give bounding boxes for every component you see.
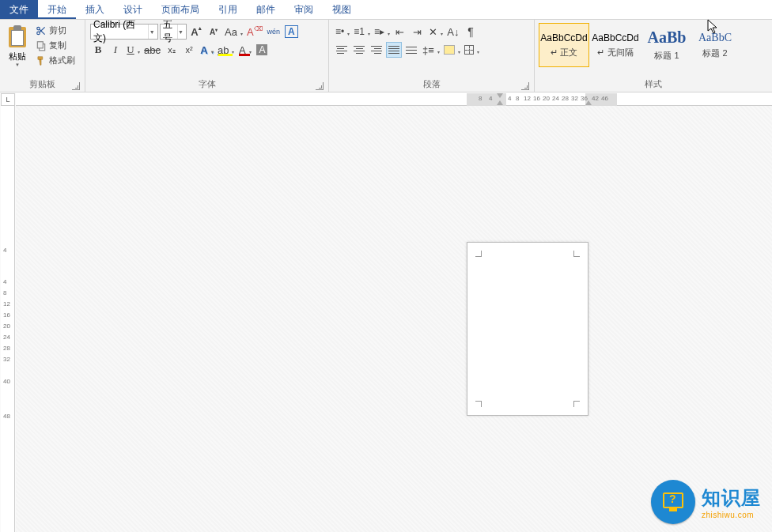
pilcrow-icon: ¶ — [467, 25, 474, 38]
menu-home[interactable]: 开始 — [38, 0, 76, 19]
watermark-title: 知识屋 — [702, 485, 761, 511]
style-heading1[interactable]: AaBb 标题 1 — [641, 23, 692, 67]
group-font: Calibri (西文)▼ 五号▼ A▴ A▾ Aa A⌫ wén A B I … — [85, 20, 329, 92]
phonetic-guide-button[interactable]: wén — [266, 24, 282, 40]
increase-indent-button[interactable]: ⇥ — [410, 24, 426, 40]
shading-button[interactable] — [442, 42, 461, 58]
bullets-button[interactable]: ≡• — [334, 24, 350, 40]
watermark-logo: 知识屋 zhishiwu.com — [651, 480, 761, 524]
indent-icon: ⇥ — [413, 26, 422, 38]
font-name-combo[interactable]: Calibri (西文)▼ — [90, 24, 158, 40]
paste-label: 粘贴 — [9, 51, 26, 62]
line-spacing-icon: ‡≡ — [422, 44, 434, 56]
document-workspace: L 8 4 4 8 12 16 20 24 28 32 36 42 46 4 4… — [0, 93, 772, 532]
styles-gallery[interactable]: AaBbCcDd ↵ 正文 AaBbCcDd ↵ 无间隔 AaBb 标题 1 A… — [538, 22, 738, 77]
svg-point-1 — [37, 32, 40, 35]
align-center-button[interactable] — [351, 42, 367, 58]
highlight-button[interactable]: ab — [216, 42, 235, 58]
document-page[interactable] — [467, 242, 588, 416]
style-heading2[interactable]: AaBbC 标题 2 — [693, 23, 737, 67]
style-no-spacing[interactable]: AaBbCcDd ↵ 无间隔 — [590, 23, 641, 67]
shading-icon — [444, 45, 455, 55]
ruler-corner[interactable]: L — [1, 93, 15, 106]
copy-icon — [36, 40, 47, 51]
char-border-button[interactable]: A — [283, 24, 300, 40]
menu-insert[interactable]: 插入 — [76, 0, 114, 19]
menu-references[interactable]: 引用 — [209, 0, 247, 19]
line-spacing-button[interactable]: ‡≡ — [421, 42, 441, 58]
paste-button[interactable]: 粘贴 ▼ — [3, 22, 32, 77]
underline-button[interactable]: U — [125, 42, 141, 58]
cut-button[interactable]: 剪切 — [33, 24, 78, 37]
paste-icon — [7, 25, 28, 49]
multilevel-icon: ≡▸ — [374, 26, 384, 37]
align-distribute-button[interactable] — [403, 42, 419, 58]
borders-icon — [464, 45, 474, 55]
menu-review[interactable]: 审阅 — [285, 0, 323, 19]
sort-icon: A↓ — [447, 26, 459, 38]
bold-button[interactable]: B — [90, 42, 106, 58]
paragraph-launcher[interactable] — [521, 82, 529, 90]
ribbon: 粘贴 ▼ 剪切 复制 格式刷 剪贴板 — [0, 20, 772, 92]
multilevel-button[interactable]: ≡▸ — [373, 24, 391, 40]
menu-bar: 文件 开始 插入 设计 页面布局 引用 邮件 审阅 视图 — [0, 0, 772, 20]
group-clipboard: 粘贴 ▼ 剪切 复制 格式刷 剪贴板 — [0, 20, 85, 92]
decrease-indent-button[interactable]: ⇤ — [392, 24, 408, 40]
menu-mail[interactable]: 邮件 — [247, 0, 285, 19]
numbering-icon: ≡1 — [354, 26, 365, 37]
asian-layout-icon: ✕ — [429, 26, 437, 38]
font-color-button[interactable]: A — [237, 42, 252, 58]
brush-icon — [36, 55, 47, 66]
styles-group-label: 样式 — [538, 77, 769, 92]
align-right-button[interactable] — [369, 42, 384, 58]
horizontal-ruler[interactable]: 8 4 4 8 12 16 20 24 28 32 36 42 46 — [16, 93, 772, 106]
sort-button[interactable]: A↓ — [445, 24, 461, 40]
first-line-indent-marker[interactable] — [497, 93, 503, 98]
margin-corner-icon — [573, 401, 580, 407]
svg-point-0 — [37, 27, 40, 30]
menu-design[interactable]: 设计 — [114, 0, 152, 19]
text-effects-button[interactable]: A — [199, 42, 214, 58]
group-styles: AaBbCcDd ↵ 正文 AaBbCcDd ↵ 无间隔 AaBb 标题 1 A… — [535, 20, 772, 92]
hanging-indent-marker[interactable] — [497, 100, 503, 105]
vertical-ruler[interactable]: 4 4 8 12 16 20 24 28 32 40 48 — [1, 106, 15, 532]
style-normal[interactable]: AaBbCcDd ↵ 正文 — [539, 23, 589, 67]
menu-view[interactable]: 视图 — [323, 0, 361, 19]
borders-button[interactable] — [463, 42, 480, 58]
clear-format-button[interactable]: A⌫ — [245, 24, 264, 40]
shrink-font-button[interactable]: A▾ — [206, 24, 221, 40]
paragraph-group-label: 段落 — [332, 77, 531, 92]
grow-font-button[interactable]: A▴ — [188, 24, 204, 40]
document-canvas[interactable] — [16, 106, 772, 532]
font-group-label: 字体 — [89, 77, 325, 92]
font-size-combo[interactable]: 五号▼ — [160, 24, 187, 40]
show-marks-button[interactable]: ¶ — [463, 24, 479, 40]
bullets-icon: ≡• — [335, 26, 344, 37]
italic-button[interactable]: I — [108, 42, 123, 58]
scissors-icon — [36, 25, 47, 36]
margin-corner-icon — [475, 251, 482, 257]
strikethrough-button[interactable]: abc — [142, 42, 162, 58]
format-painter-button[interactable]: 格式刷 — [33, 54, 78, 67]
watermark-url: zhishiwu.com — [702, 511, 761, 519]
copy-button[interactable]: 复制 — [33, 39, 78, 52]
align-justify-button[interactable] — [386, 42, 402, 58]
char-shading-button[interactable]: A — [254, 42, 270, 58]
svg-rect-3 — [37, 41, 43, 47]
menu-layout[interactable]: 页面布局 — [152, 0, 209, 19]
outdent-icon: ⇤ — [395, 26, 404, 38]
align-left-button[interactable] — [334, 42, 350, 58]
margin-corner-icon — [475, 401, 482, 407]
margin-corner-icon — [573, 251, 580, 257]
numbering-button[interactable]: ≡1 — [352, 24, 371, 40]
menu-file[interactable]: 文件 — [0, 0, 38, 19]
logo-icon — [651, 480, 695, 524]
font-launcher[interactable] — [316, 82, 324, 90]
asian-layout-button[interactable]: ✕ — [427, 24, 444, 40]
group-paragraph: ≡• ≡1 ≡▸ ⇤ ⇥ ✕ A↓ ¶ ‡≡ — [329, 20, 535, 92]
clipboard-group-label: 剪贴板 — [3, 77, 81, 92]
clipboard-launcher[interactable] — [72, 82, 80, 90]
change-case-button[interactable]: Aa — [223, 24, 244, 40]
superscript-button[interactable]: x² — [181, 42, 197, 58]
subscript-button[interactable]: x₂ — [164, 42, 180, 58]
